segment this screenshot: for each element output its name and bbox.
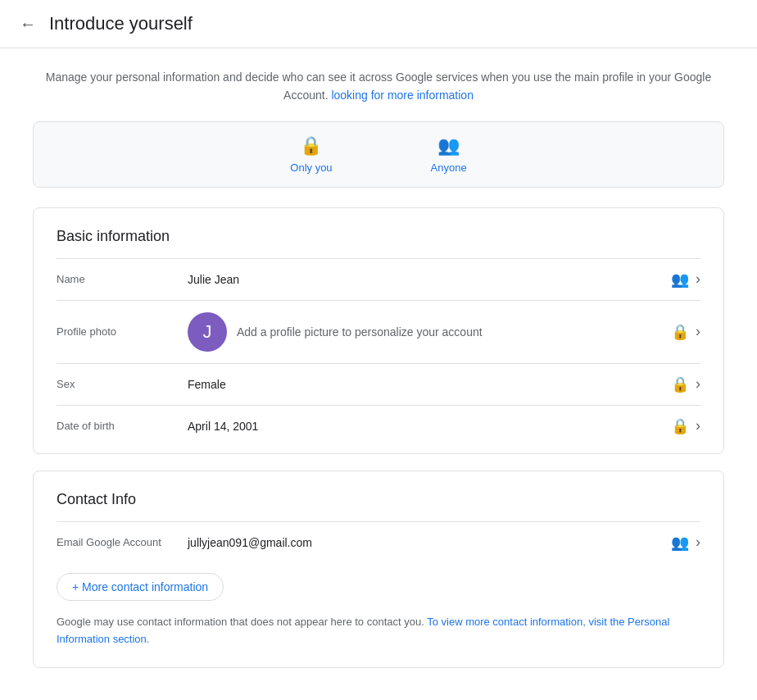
email-chevron: › <box>696 534 700 551</box>
profile-photo-hint: Add a profile picture to personalize you… <box>237 325 483 339</box>
dob-actions: 🔒 › <box>671 417 700 435</box>
email-actions: 👥 › <box>671 534 700 552</box>
profile-photo-value: J Add a profile picture to personalize y… <box>188 312 671 352</box>
group-privacy-icon: 👥 <box>671 270 689 289</box>
name-row[interactable]: Name Julie Jean 👥 › <box>57 258 700 300</box>
sex-row[interactable]: Sex Female 🔒 › <box>57 363 700 405</box>
email-row[interactable]: Email Google Account jullyjean091@gmail.… <box>57 521 700 563</box>
contact-info-title: Contact Info <box>57 491 700 508</box>
lock-privacy-icon-dob: 🔒 <box>671 417 689 435</box>
name-value: Julie Jean <box>188 273 671 286</box>
anyone-label: Anyone <box>431 161 467 174</box>
sex-value: Female <box>188 378 671 391</box>
lock-privacy-icon-sex: 🔒 <box>671 375 689 393</box>
visibility-anyone: 👥 Anyone <box>431 135 467 174</box>
subtitle-link[interactable]: looking for more information <box>331 89 474 102</box>
basic-info-title: Basic information <box>57 228 700 245</box>
page-title: Introduce yourself <box>49 13 193 34</box>
dob-value: April 14, 2001 <box>188 420 671 433</box>
sex-actions: 🔒 › <box>671 375 700 393</box>
avatar: J <box>188 312 227 352</box>
name-chevron: › <box>696 270 700 288</box>
subtitle-section: Manage your personal information and dec… <box>0 48 757 121</box>
profile-photo-row[interactable]: Profile photo J Add a profile picture to… <box>57 300 700 363</box>
email-label: Email Google Account <box>57 536 188 548</box>
profile-photo-label: Profile photo <box>57 325 188 338</box>
only-you-label: Only you <box>290 161 332 174</box>
lock-privacy-icon-photo: 🔒 <box>671 323 689 341</box>
back-button[interactable]: ← <box>20 15 36 34</box>
basic-info-card: Basic information Name Julie Jean 👥 › Pr… <box>33 207 724 454</box>
photo-chevron: › <box>696 323 700 340</box>
sex-label: Sex <box>57 378 188 390</box>
name-label: Name <box>57 273 188 285</box>
visibility-only-you: 🔒 Only you <box>290 135 332 174</box>
dob-row[interactable]: Date of birth April 14, 2001 🔒 › <box>57 405 700 447</box>
photo-actions: 🔒 › <box>671 323 700 341</box>
visibility-bar: 🔒 Only you 👥 Anyone <box>33 121 724 188</box>
lock-icon: 🔒 <box>300 135 322 157</box>
contact-note: Google may use contact information that … <box>57 614 700 661</box>
contact-info-card: Contact Info Email Google Account jullyj… <box>33 470 724 669</box>
more-contact-button[interactable]: + More contact information <box>57 573 224 601</box>
contact-note-text: Google may use contact information that … <box>57 616 424 628</box>
email-value: jullyjean091@gmail.com <box>188 536 671 549</box>
group-icon: 👥 <box>437 135 460 157</box>
page-header: ← Introduce yourself <box>0 0 757 48</box>
dob-label: Date of birth <box>57 420 188 432</box>
sex-chevron: › <box>696 375 700 393</box>
dob-chevron: › <box>696 417 700 434</box>
name-actions: 👥 › <box>671 270 700 289</box>
group-privacy-icon-email: 👥 <box>671 534 689 552</box>
